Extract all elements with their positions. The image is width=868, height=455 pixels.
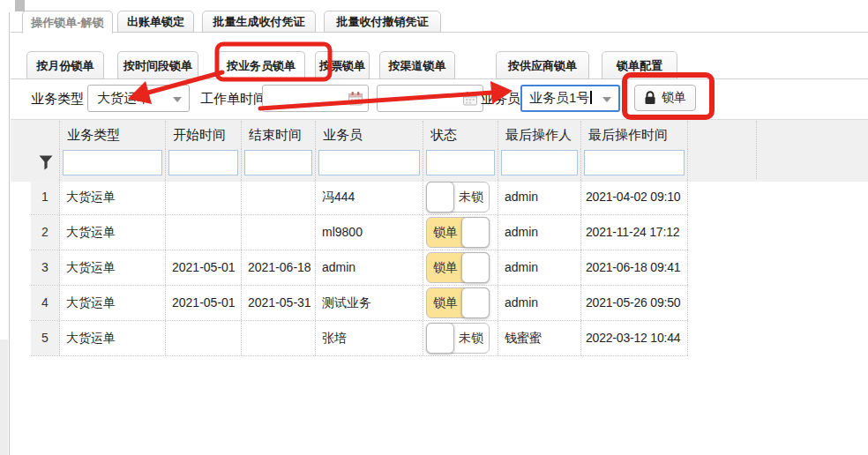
work-order-time-label: 工作单时间 — [200, 91, 266, 108]
cell-status: 未锁 — [423, 180, 498, 214]
row-number-cell: 5 — [31, 321, 60, 355]
col-header-status: 状态 — [423, 121, 498, 149]
cell-last-operate-time: 2022-03-12 10:44 — [581, 321, 688, 355]
row-number-cell: 2 — [31, 215, 60, 250]
cell-business-type: 大货运单 — [60, 180, 166, 214]
subtab-lock-by-period[interactable]: 按时间段锁单 — [117, 51, 198, 79]
cell-salesman: 冯444 — [316, 180, 423, 214]
row-number-header — [31, 121, 60, 149]
table-row: 2大货运单ml9800锁单admin2021-11-24 17:12 — [31, 215, 688, 250]
chevron-down-icon — [602, 97, 611, 102]
cell-start-time: 2021-05-01 — [166, 250, 242, 285]
table-row: 3大货运单2021-05-012021-06-18admin锁单admin202… — [31, 250, 688, 286]
lock-toggle[interactable]: 锁单 — [426, 287, 490, 318]
lock-icon — [644, 91, 656, 105]
lock-toggle-label: 未锁 — [459, 324, 483, 353]
left-divider — [9, 12, 10, 455]
lock-toggle[interactable]: 锁单 — [426, 217, 490, 248]
salesman-value: 业务员1号 — [529, 90, 589, 105]
row-number-cell: 4 — [31, 286, 60, 320]
tab-batch-generate-vouchers[interactable]: 批量生成收付凭证 — [202, 11, 316, 33]
col-header-start-time: 开始时间 — [166, 121, 242, 149]
tab-operate-lock-unlock[interactable]: 操作锁单-解锁 — [22, 11, 113, 34]
chevron-down-icon — [173, 97, 182, 102]
lock-toggle-label: 锁单 — [433, 218, 458, 247]
calendar-icon — [348, 91, 363, 107]
cell-status: 锁单 — [423, 250, 498, 285]
cell-last-operate-time: 2021-05-26 09:50 — [581, 286, 688, 320]
lock-toggle-label: 未锁 — [459, 183, 483, 212]
toggle-knob[interactable] — [426, 182, 454, 213]
subtab-lock-by-month[interactable]: 按月份锁单 — [26, 51, 104, 79]
row-number-cell: 3 — [31, 250, 60, 285]
cell-start-time — [166, 215, 242, 250]
lock-toggle[interactable]: 未锁 — [426, 323, 490, 354]
table-row: 5大货运单张培未锁钱蜜蜜2022-03-12 10:44 — [31, 321, 688, 356]
date-to-input[interactable] — [377, 85, 483, 112]
subtab-lock-by-channel[interactable]: 按渠道锁单 — [379, 51, 455, 79]
cell-start-time — [166, 321, 242, 355]
toggle-knob[interactable] — [461, 217, 490, 248]
filter-input-salesman[interactable] — [318, 150, 420, 175]
lock-order-button-label: 锁单 — [662, 90, 686, 106]
cell-business-type: 大货运单 — [60, 321, 166, 355]
cell-business-type: 大货运单 — [60, 286, 166, 320]
filter-input-last-operate-time[interactable] — [584, 150, 685, 175]
cell-last-operator: admin — [498, 286, 581, 320]
col-header-business-type: 业务类型 — [60, 121, 166, 149]
tab-batch-revoke-vouchers[interactable]: 批量收付撤销凭证 — [324, 11, 441, 33]
row-number-cell: 1 — [31, 180, 60, 214]
toggle-knob[interactable] — [461, 252, 490, 283]
lock-order-button[interactable]: 锁单 — [634, 85, 696, 111]
lock-toggle-label: 锁单 — [433, 288, 458, 317]
window-edge-fragment — [15, 0, 25, 11]
filter-input-start-time[interactable] — [168, 150, 238, 175]
filter-input-end-time[interactable] — [244, 150, 312, 175]
cell-status: 未锁 — [423, 321, 498, 355]
lock-management-window: 操作锁单-解锁 出账单锁定 批量生成收付凭证 批量收付撤销凭证 按月份锁单 按时… — [0, 0, 868, 455]
filter-icon[interactable] — [39, 155, 53, 170]
cell-end-time — [242, 215, 316, 250]
col-header-last-operate-time: 最后操作时间 — [581, 121, 688, 149]
filter-input-last-operator[interactable] — [501, 150, 578, 175]
calendar-icon — [462, 91, 478, 107]
cell-start-time: 2021-05-01 — [166, 286, 242, 320]
salesman-select[interactable]: 业务员1号 — [520, 85, 620, 112]
cell-end-time: 2021-05-31 — [242, 286, 316, 320]
table-filter-row — [31, 148, 688, 180]
table-header-row: 业务类型 开始时间 结束时间 业务员 状态 最后操作人 最后操作时间 — [31, 121, 688, 149]
lock-toggle[interactable]: 锁单 — [426, 252, 490, 283]
header-column-divider — [756, 121, 757, 179]
cell-last-operator: 钱蜜蜜 — [498, 321, 581, 355]
lock-toggle[interactable]: 未锁 — [426, 182, 490, 213]
filter-input-status[interactable] — [426, 150, 495, 175]
cell-salesman: 张培 — [316, 321, 423, 355]
cell-last-operator: admin — [498, 180, 581, 214]
cell-salesman: ml9800 — [316, 215, 423, 250]
cell-last-operator: admin — [498, 250, 581, 285]
subtab-lock-config[interactable]: 锁单配置 — [602, 51, 677, 79]
business-type-select[interactable]: 大货运单 — [87, 85, 190, 112]
cell-last-operator: admin — [498, 215, 581, 250]
toggle-knob[interactable] — [461, 287, 490, 318]
subtab-lock-by-ticket[interactable]: 按票锁单 — [315, 51, 370, 79]
subtab-lock-by-supplier[interactable]: 按供应商锁单 — [496, 51, 589, 79]
date-from-input[interactable] — [262, 85, 369, 112]
col-header-salesman: 业务员 — [316, 121, 423, 149]
table-row: 4大货运单2021-05-012021-05-31测试业务锁单admin2021… — [31, 286, 688, 321]
filter-input-business-type[interactable] — [63, 150, 162, 175]
salesman-label: 业务员 — [481, 91, 520, 108]
col-header-end-time: 结束时间 — [242, 121, 316, 149]
cell-last-operate-time: 2021-11-24 17:12 — [581, 215, 688, 250]
left-gutter — [0, 339, 8, 455]
text-cursor — [590, 91, 592, 104]
tab-outgoing-bill-lock[interactable]: 出账单锁定 — [117, 11, 194, 33]
table-body: 1大货运单冯444未锁admin2021-04-02 09:102大货运单ml9… — [31, 180, 688, 356]
cell-business-type: 大货运单 — [60, 215, 166, 250]
toggle-knob[interactable] — [426, 323, 454, 354]
business-type-label: 业务类型 — [31, 91, 84, 108]
table-row: 1大货运单冯444未锁admin2021-04-02 09:10 — [31, 180, 688, 215]
cell-business-type: 大货运单 — [60, 250, 166, 285]
subtab-lock-by-salesman[interactable]: 按业务员锁单 — [217, 51, 305, 79]
cell-end-time — [242, 180, 316, 214]
